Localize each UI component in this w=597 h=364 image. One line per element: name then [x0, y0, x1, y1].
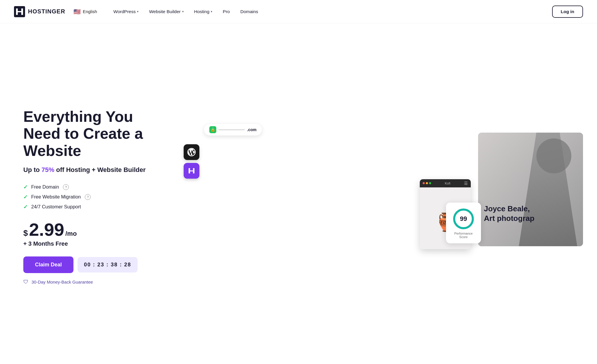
performance-circle: 99 [452, 207, 475, 231]
feature-support: ✓ 24/7 Customer Support [23, 204, 163, 210]
lock-icon: 🔒 [209, 126, 216, 133]
price-line: $ 2.99 /mo [23, 221, 163, 239]
claim-deal-button[interactable]: Claim Deal [23, 256, 73, 273]
price-per: /mo [65, 230, 77, 238]
site-mockup-container: Joyce Beale, Art photograp Kofi ☰ [420, 133, 583, 249]
header: HOSTINGER 🇺🇸 English WordPress ▾ Website… [0, 0, 597, 23]
logo-link[interactable]: HOSTINGER [14, 6, 65, 17]
joyce-text: Joyce Beale, Art photograp [484, 204, 534, 223]
nav-item-wordpress[interactable]: WordPress ▾ [109, 7, 143, 17]
check-icon: ✓ [23, 184, 28, 190]
app-icons [184, 144, 199, 179]
shield-icon: 🛡 [23, 279, 29, 285]
cta-row: Claim Deal 00 : 23 : 38 : 28 [23, 256, 163, 273]
performance-score-card: 99 PerformanceScore [446, 203, 481, 243]
hero-left: Everything You Need to Create a Website … [23, 108, 163, 285]
feature-migration: ✓ Free Website Migration ? [23, 194, 163, 200]
check-icon: ✓ [23, 194, 28, 200]
score-number: 99 [460, 216, 467, 222]
price-bonus: + 3 Months Free [23, 240, 163, 247]
info-icon[interactable]: ? [63, 184, 69, 190]
main-content: Everything You Need to Create a Website … [0, 23, 597, 364]
logo-text: HOSTINGER [28, 8, 65, 15]
hero-title: Everything You Need to Create a Website [23, 108, 163, 159]
chevron-down-icon: ▾ [182, 10, 184, 13]
info-icon[interactable]: ? [85, 194, 91, 200]
main-nav: WordPress ▾ Website Builder ▾ Hosting ▾ … [109, 7, 552, 17]
hostinger-app-icon [184, 163, 199, 179]
check-icon: ✓ [23, 204, 28, 210]
domain-bar: 🔒 ───────── .com [204, 124, 262, 136]
price-amount: 2.99 [29, 221, 64, 239]
chevron-down-icon: ▾ [211, 10, 212, 13]
language-selector[interactable]: 🇺🇸 English [73, 8, 97, 15]
joyce-background: Joyce Beale, Art photograp [478, 133, 583, 246]
nav-item-domains[interactable]: Domains [236, 7, 263, 17]
feature-free-domain: ✓ Free Domain ? [23, 184, 163, 190]
hero-illustration: 🔒 ───────── .com [175, 121, 583, 272]
login-button[interactable]: Log in [552, 6, 583, 18]
flag-icon: 🇺🇸 [73, 8, 81, 15]
pricing-block: $ 2.99 /mo + 3 Months Free [23, 221, 163, 247]
price-dollar: $ [23, 228, 28, 238]
hostinger-logo-icon [14, 6, 25, 17]
nav-item-hosting[interactable]: Hosting ▾ [189, 7, 217, 17]
nav-item-website-builder[interactable]: Website Builder ▾ [144, 7, 188, 17]
countdown-timer: 00 : 23 : 38 : 28 [78, 257, 138, 272]
wordpress-icon [184, 144, 199, 160]
language-label: English [83, 9, 97, 14]
performance-label: PerformanceScore [454, 232, 473, 239]
mobile-kofi-label: Kofi [445, 182, 450, 185]
hero-subtitle: Up to 75% off Hosting + Website Builder [23, 166, 163, 175]
money-back-guarantee: 🛡 30-Day Money-Back Guarantee [23, 279, 163, 285]
chevron-down-icon: ▾ [137, 10, 138, 13]
domain-tld: .com [247, 127, 257, 132]
features-list: ✓ Free Domain ? ✓ Free Website Migration… [23, 184, 163, 210]
nav-item-pro[interactable]: Pro [218, 7, 234, 17]
